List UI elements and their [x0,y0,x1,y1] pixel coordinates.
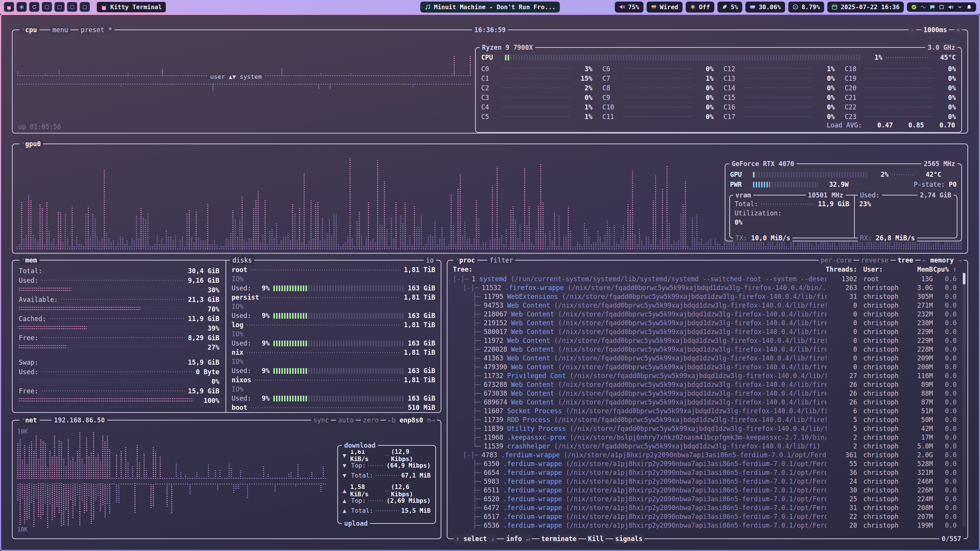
status-module-disk[interactable]: 8.79% [788,2,824,13]
proc-option-reverse[interactable]: reverse [859,256,890,265]
tree-prefix: [-]─ [453,451,479,459]
col-cpu[interactable]: Cpu% ↑ [933,266,957,273]
process-row[interactable]: ├─218067Web Content(/nix/store/fqadd0bpr… [453,310,957,318]
core-C13: C130% [724,73,835,83]
status-module-idle[interactable]: Off [686,2,714,13]
proc-sort-selector[interactable]: ← memory → [921,256,964,265]
process-row[interactable]: ├─11839Utility Process(/nix/store/fqadd0… [453,424,957,433]
process-row[interactable]: ├─219152Web Content(/nix/store/fqadd0bpr… [453,318,957,327]
disk-name-row: nixos1,81 TiB [232,375,435,385]
process-row[interactable]: └─11539crashhelper(/nix/store/fqadd0bprw… [453,442,957,450]
proc-action-kill[interactable]: Kill [586,534,606,543]
status-module-clock[interactable]: 2025-07-22 16:36 [827,2,904,13]
process-pid: 6350 [483,460,499,468]
process-row[interactable]: ├─6472.ferdium-wrappe(/nix/store/a1pj8hx… [453,503,957,512]
process-row[interactable]: ├─11972Web Content(/nix/store/fqadd0bprw… [453,336,957,345]
net-auto-button[interactable]: auto [336,416,356,425]
mem-stat-label: Cached: [19,315,46,323]
disks-io-toggle[interactable]: io [424,256,436,265]
bell-icon[interactable] [966,4,972,10]
speaker-icon[interactable] [948,4,954,10]
process-row[interactable]: [-]─4783.ferdium-wrappe(/nix/store/a1pj8… [453,450,957,459]
interval-increase-button[interactable]: + [954,25,962,34]
gpu-model-name: GeForce RTX 4070 [729,159,797,168]
interval-decrease-button[interactable]: - [908,25,916,34]
status-module-memory-value: 30.06% [759,3,781,11]
process-row[interactable]: ├─6654.ferdium-wrappe(/nix/store/a1pj8hx… [453,468,957,477]
process-row[interactable]: ├─6536.ferdium-wrappe(/nix/store/a1pj8hx… [453,521,957,530]
process-row[interactable]: [-]─11532.firefox-wrappe(/nix/store/fqad… [453,283,957,292]
net-interface-switcher[interactable]: ←b enp8s0 n→ [386,416,437,425]
media-player-button[interactable]: Minuit Machine - Don't Run Fro... [420,2,560,13]
disk-used-row: Used:9%163 GiB [232,311,435,320]
wave-icon[interactable] [920,4,926,10]
process-command: (/nix/store/fqadd0bprwc5yw5k99xajbdqd1dz… [558,328,827,336]
preset-button[interactable]: preset * [78,25,114,34]
process-row[interactable]: ├─11968.keepassxc-prox(/nix/store/bslpj6… [453,433,957,442]
filter-button[interactable]: filter [487,256,515,265]
process-row[interactable]: ├─5983.ferdium-wrappe(/nix/store/a1pj8hx… [453,477,957,486]
proc-option-per-core[interactable]: per-core [818,256,854,265]
workspace-6[interactable] [67,2,77,12]
status-module-cpu[interactable]: 5% [717,2,742,13]
status-module-network-value: Wired [660,3,678,11]
net-zero-button[interactable]: zero [361,416,381,425]
workspace-2[interactable] [16,2,27,12]
leader [42,337,185,338]
mem-stat-value: 0 Byte [196,368,219,376]
process-row[interactable]: ├─580017Web Content(/nix/store/fqadd0bpr… [453,327,957,336]
core-percent: 2% [573,84,593,92]
proc-action-terminate[interactable]: terminate [539,534,578,543]
workspace-1[interactable] [4,2,14,12]
process-row[interactable]: ├─673288Web Content(/nix/store/fqadd0bpr… [453,380,957,389]
process-row[interactable]: ├─6517.ferdium-wrappe(/nix/store/a1pj8hx… [453,512,957,521]
process-name: Socket Process [507,407,562,415]
chat-icon[interactable] [929,4,935,10]
proc-action-signals[interactable]: signals [613,534,645,543]
process-row[interactable]: ├─673038Web Content(/nix/store/fqadd0bpr… [453,389,957,398]
gpu-usage-percent: 2% [872,171,889,178]
process-row[interactable]: ├─689674Web Content(/nix/store/fqadd0bpr… [453,398,957,406]
process-row[interactable]: ├─6350.ferdium-wrappe(/nix/store/a1pj8hx… [453,459,957,468]
workspace-3[interactable] [29,2,39,12]
ethernet-icon [651,4,657,10]
window-icon[interactable] [939,4,944,10]
process-row[interactable]: ├─11607Socket Process(/nix/store/fqadd0b… [453,406,957,415]
process-row[interactable]: ├─11739RDD Process(/nix/store/fqadd0bprw… [453,415,957,424]
col-threads[interactable]: Threads: [826,266,857,273]
proc-action-info[interactable]: info ↵ [504,534,531,543]
chevron-down-icon[interactable] [957,4,963,10]
proc-option-tree[interactable]: tree [896,256,915,265]
workspace-7[interactable] [80,2,90,12]
workspace-4[interactable] [42,2,52,12]
active-window-button[interactable]: Kitty Terminal [96,1,167,13]
process-cpu: 0.0 [933,293,957,300]
process-row[interactable]: ├─11795WebExtensions(/nix/store/fqadd0bp… [453,292,957,301]
process-row[interactable]: ├─6520.ferdium-wrappe(/nix/store/a1pj8hx… [453,494,957,503]
net-sync-button[interactable]: sync [311,416,331,425]
process-row[interactable]: [-]─1systemd(/run/current-system/systemd… [453,274,957,283]
proc-scrollbar[interactable] [963,272,965,527]
status-module-network[interactable]: Wired [647,2,683,13]
upload-label: 1,58 KiB/s [350,483,383,498]
status-module-volume[interactable]: 75% [615,2,644,13]
process-name: Web Content [511,381,554,388]
col-mem[interactable]: MemB [906,266,933,273]
col-user[interactable]: User: [857,266,906,273]
process-row[interactable]: ├─6511.ferdium-wrappe(/nix/store/a1pj8hx… [453,486,957,494]
process-row[interactable]: ├─11732Privileged Cont(/nix/store/fqadd0… [453,371,957,380]
process-mem: 271M [906,302,933,309]
process-row[interactable]: ├─479390Web Content(/nix/store/fqadd0bpr… [453,362,957,371]
process-mem: 13G [906,275,933,283]
process-row[interactable]: ├─220028Web Content(/nix/store/fqadd0bpr… [453,345,957,354]
menu-button[interactable]: menu [50,25,70,34]
check-circle-icon[interactable] [911,4,917,10]
leaf-icon [722,4,728,10]
process-row[interactable]: ├─94753Web Content(/nix/store/fqadd0bprw… [453,301,957,310]
status-module-memory[interactable]: 30.06% [745,2,785,13]
mem-stat-meter: 30% [19,285,219,295]
mem-stat-value: 30,4 GiB [188,267,219,275]
process-row[interactable]: ├─41363Web Content(/nix/store/fqadd0bprw… [453,354,957,362]
proc-action-select[interactable]: ↑ select ↓ [454,534,497,543]
workspace-5[interactable] [54,2,65,12]
